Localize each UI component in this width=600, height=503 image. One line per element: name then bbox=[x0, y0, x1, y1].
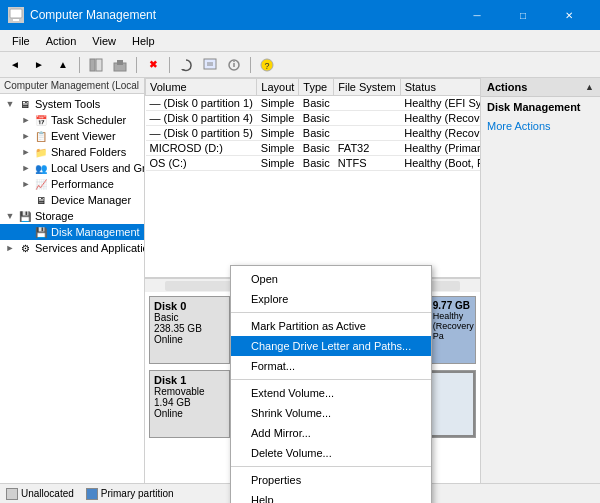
toolbar-refresh[interactable] bbox=[175, 55, 197, 75]
context-menu-item[interactable]: Add Mirror... bbox=[231, 423, 431, 443]
tree-label: Performance bbox=[51, 178, 114, 190]
context-menu-separator bbox=[231, 379, 431, 380]
context-menu-item[interactable]: Extend Volume... bbox=[231, 383, 431, 403]
disk-management-icon: 💾 bbox=[34, 225, 48, 239]
toolbar-sep-2 bbox=[136, 57, 137, 73]
actions-section-label: Disk Management bbox=[481, 97, 600, 117]
context-menu-item[interactable]: Mark Partition as Active bbox=[231, 316, 431, 336]
toolbar-help[interactable]: ? bbox=[256, 55, 278, 75]
toolbar-back[interactable]: ◄ bbox=[4, 55, 26, 75]
tree-item-services[interactable]: ► ⚙ Services and Applications bbox=[0, 240, 144, 256]
toolbar-properties[interactable] bbox=[223, 55, 245, 75]
tree-label: Device Manager bbox=[51, 194, 131, 206]
table-row[interactable]: — (Disk 0 partition 4) Simple Basic Heal… bbox=[146, 111, 481, 126]
svg-point-12 bbox=[233, 60, 235, 62]
tree-label: Shared Folders bbox=[51, 146, 126, 158]
cell-fs bbox=[334, 126, 400, 141]
tree-label: Disk Management bbox=[51, 226, 140, 238]
cell-layout: Simple bbox=[257, 111, 299, 126]
table-row[interactable]: — (Disk 0 partition 1) Simple Basic Heal… bbox=[146, 96, 481, 111]
toolbar-stop[interactable]: ✖ bbox=[142, 55, 164, 75]
context-menu-item[interactable]: Shrink Volume... bbox=[231, 403, 431, 423]
toolbar-up2[interactable] bbox=[109, 55, 131, 75]
title-bar-left: Computer Management bbox=[8, 7, 156, 23]
toolbar-export[interactable] bbox=[199, 55, 221, 75]
disk-partition[interactable]: 9.77 GB Healthy (Recovery Pa bbox=[430, 297, 475, 363]
disk0-type: Basic bbox=[154, 312, 225, 323]
tree-item-device-manager[interactable]: ► 🖥 Device Manager bbox=[0, 192, 144, 208]
cell-fs: FAT32 bbox=[334, 141, 400, 156]
col-type: Type bbox=[299, 79, 334, 96]
table-row[interactable]: OS (C:) Simple Basic NTFS Healthy (Boot,… bbox=[146, 156, 481, 171]
part-name: 9.77 GB bbox=[433, 300, 472, 311]
menu-file[interactable]: File bbox=[4, 33, 38, 49]
svg-rect-5 bbox=[117, 60, 123, 65]
disk1-status: Online bbox=[154, 408, 225, 419]
context-menu-separator bbox=[231, 466, 431, 467]
context-menu-item[interactable]: Format... bbox=[231, 356, 431, 376]
cell-type: Basic bbox=[299, 111, 334, 126]
context-menu-item[interactable]: Open bbox=[231, 269, 431, 289]
expander-icon: ► bbox=[18, 115, 34, 125]
tree-item-storage[interactable]: ▼ 💾 Storage bbox=[0, 208, 144, 224]
col-status: Status bbox=[400, 79, 480, 96]
tree-item-shared-folders[interactable]: ► 📁 Shared Folders bbox=[0, 144, 144, 160]
tree-item-disk-management[interactable]: ► 💾 Disk Management bbox=[0, 224, 144, 240]
actions-panel: Actions ▲ Disk Management More Actions bbox=[480, 78, 600, 483]
toolbar: ◄ ► ▲ ✖ ? bbox=[0, 52, 600, 78]
context-menu: OpenExploreMark Partition as ActiveChang… bbox=[230, 265, 432, 503]
expander-icon: ► bbox=[18, 179, 34, 189]
toolbar-show-hide[interactable] bbox=[85, 55, 107, 75]
toolbar-up[interactable]: ▲ bbox=[52, 55, 74, 75]
volumes-table-area: Volume Layout Type File System Status — … bbox=[145, 78, 480, 278]
context-menu-item[interactable]: Properties bbox=[231, 470, 431, 490]
toolbar-forward[interactable]: ► bbox=[28, 55, 50, 75]
actions-header: Actions ▲ bbox=[481, 78, 600, 97]
context-menu-item[interactable]: Delete Volume... bbox=[231, 443, 431, 463]
toolbar-sep-3 bbox=[169, 57, 170, 73]
cell-type: Basic bbox=[299, 126, 334, 141]
tree-content: ▼ 🖥 System Tools ► 📅 Task Scheduler ► 📋 … bbox=[0, 94, 144, 483]
col-layout: Layout bbox=[257, 79, 299, 96]
toolbar-sep-4 bbox=[250, 57, 251, 73]
disk1-type: Removable bbox=[154, 386, 225, 397]
actions-more-actions[interactable]: More Actions bbox=[481, 117, 600, 135]
col-volume: Volume bbox=[146, 79, 257, 96]
tree-item-task-scheduler[interactable]: ► 📅 Task Scheduler bbox=[0, 112, 144, 128]
cell-volume: — (Disk 0 partition 1) bbox=[146, 96, 257, 111]
tree-item-event-viewer[interactable]: ► 📋 Event Viewer bbox=[0, 128, 144, 144]
shared-folders-icon: 📁 bbox=[34, 145, 48, 159]
menu-help[interactable]: Help bbox=[124, 33, 163, 49]
svg-rect-3 bbox=[96, 59, 102, 71]
toolbar-sep-1 bbox=[79, 57, 80, 73]
tree-item-performance[interactable]: ► 📈 Performance bbox=[0, 176, 144, 192]
disk0-status: Online bbox=[154, 334, 225, 345]
cell-status: Healthy (Recovery Partition) bbox=[400, 111, 480, 126]
cell-type: Basic bbox=[299, 96, 334, 111]
tree-item-system-tools[interactable]: ▼ 🖥 System Tools bbox=[0, 96, 144, 112]
context-menu-item[interactable]: Explore bbox=[231, 289, 431, 309]
table-row[interactable]: MICROSD (D:) Simple Basic FAT32 Healthy … bbox=[146, 141, 481, 156]
local-users-icon: 👥 bbox=[34, 161, 48, 175]
menu-action[interactable]: Action bbox=[38, 33, 85, 49]
maximize-button[interactable]: □ bbox=[500, 0, 546, 30]
tree-label: Event Viewer bbox=[51, 130, 116, 142]
cell-layout: Simple bbox=[257, 96, 299, 111]
table-row[interactable]: — (Disk 0 partition 5) Simple Basic Heal… bbox=[146, 126, 481, 141]
tree-item-local-users[interactable]: ► 👥 Local Users and Groups bbox=[0, 160, 144, 176]
tree-label: Storage bbox=[35, 210, 74, 222]
title-bar-controls: ─ □ ✕ bbox=[454, 0, 592, 30]
tree-header: Computer Management (Local bbox=[0, 78, 144, 94]
actions-expand-icon[interactable]: ▲ bbox=[585, 82, 594, 92]
context-menu-item[interactable]: Help bbox=[231, 490, 431, 503]
cell-fs bbox=[334, 111, 400, 126]
tree-label: Task Scheduler bbox=[51, 114, 126, 126]
services-icon: ⚙ bbox=[18, 241, 32, 255]
cell-volume: OS (C:) bbox=[146, 156, 257, 171]
cell-status: Healthy (Recovery Partition) bbox=[400, 126, 480, 141]
close-button[interactable]: ✕ bbox=[546, 0, 592, 30]
menu-view[interactable]: View bbox=[84, 33, 124, 49]
minimize-button[interactable]: ─ bbox=[454, 0, 500, 30]
context-menu-item[interactable]: Change Drive Letter and Paths... bbox=[231, 336, 431, 356]
expander-icon: ► bbox=[18, 163, 34, 173]
